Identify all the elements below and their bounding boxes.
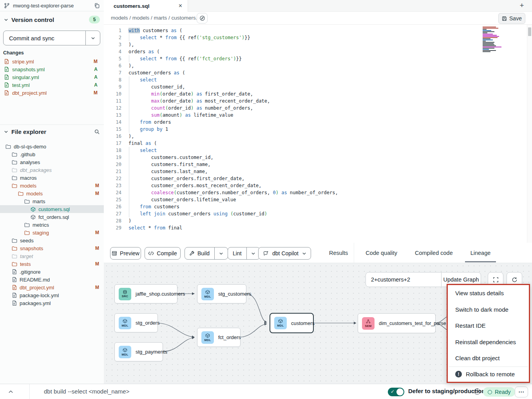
more-options-button[interactable]: ⋯: [515, 386, 528, 397]
code-line-18[interactable]: 18 select: [104, 147, 338, 154]
new-tab-button[interactable]: +: [517, 1, 527, 10]
code-line-25[interactable]: 25 customer_orders.lifetime_value: [104, 196, 338, 203]
copy-branch-icon[interactable]: [94, 3, 100, 9]
code-line-19[interactable]: 19 customers.customer_id,: [104, 154, 338, 161]
tree-item-macros[interactable]: macros: [0, 174, 104, 182]
tree-item-dbt-packages[interactable]: dbt_packages: [0, 166, 104, 174]
code-line-17[interactable]: 17final as (: [104, 140, 338, 147]
search-icon[interactable]: [94, 129, 100, 135]
code-line-22[interactable]: 22 customer_orders.first_order_date,: [104, 175, 338, 182]
tree-item-fct-orders-sql[interactable]: fct_orders.sql: [0, 213, 104, 221]
compile-button[interactable]: Compile: [145, 247, 181, 260]
menu-item-clean-dbt-project[interactable]: Clean dbt project: [448, 350, 529, 367]
results-tab-lineage[interactable]: Lineage: [470, 243, 491, 263]
file-explorer-header[interactable]: File explorer: [0, 127, 104, 136]
change-item[interactable]: snapshots.ymlA: [0, 65, 104, 73]
change-item[interactable]: singular.ymlA: [0, 73, 104, 81]
expand-command-bar-icon[interactable]: [5, 387, 16, 396]
help-icon[interactable]: ?: [474, 388, 480, 395]
lineage-node-stg-payments[interactable]: MDL stg_payments: [114, 342, 163, 361]
tree-item-staging[interactable]: stagingM: [0, 229, 104, 237]
branch-selector[interactable]: mwong-test-explorer-parse: [0, 0, 104, 11]
change-item[interactable]: dbt_project.ymlM: [0, 89, 104, 97]
results-tab-results[interactable]: Results: [329, 243, 348, 263]
tree-item--github[interactable]: .github: [0, 150, 104, 158]
change-item[interactable]: stripe.ymlM: [0, 58, 104, 65]
lint-options-dropdown[interactable]: [246, 247, 260, 259]
build-options-dropdown[interactable]: [214, 247, 228, 259]
version-control-header[interactable]: Version control 5: [0, 15, 104, 24]
code-line-23[interactable]: 23 customer_orders.most_recent_order_dat…: [104, 182, 338, 189]
command-input[interactable]: dbt build --select <model_name>: [44, 388, 129, 395]
code-line-3[interactable]: 3),: [104, 41, 338, 48]
code-line-20[interactable]: 20 customers.first_name,: [104, 161, 338, 168]
explore-lineage-button[interactable]: [197, 13, 208, 23]
code-line-15[interactable]: 15 group by 1: [104, 126, 338, 133]
tree-item-metrics[interactable]: metrics: [0, 221, 104, 229]
commit-and-sync-button[interactable]: Commit and sync: [3, 31, 100, 45]
lineage-node-jaffle-shop-customers[interactable]: SRC jaffle_shop.customers: [114, 284, 177, 303]
lineage-node-stg-orders[interactable]: MDL stg_orders: [114, 313, 158, 332]
tree-item-packages-yml[interactable]: packages.yml: [0, 299, 104, 307]
save-button[interactable]: Save: [498, 13, 525, 24]
code-line-26[interactable]: 26 from customers: [104, 203, 338, 210]
menu-item-reinstall-dependencies[interactable]: Reinstall dependencies: [448, 334, 529, 350]
tree-item-snapshots[interactable]: snapshotsM: [0, 244, 104, 252]
code-line-2[interactable]: 2 select * from {{ ref('stg_customers')}…: [104, 34, 338, 41]
code-line-1[interactable]: 1with customers as (: [104, 27, 338, 34]
editor-scrollbar[interactable]: [527, 25, 532, 243]
menu-item-restart-ide[interactable]: Restart IDE: [448, 318, 529, 334]
tree-item--gitignore[interactable]: .gitignore: [0, 268, 104, 276]
code-line-21[interactable]: 21 customers.last_name,: [104, 168, 338, 175]
lineage-node-dim-customers-test-for-parse[interactable]: SEM dim_customers_test_for_parse: [358, 313, 436, 333]
tree-item-db-sl-qs-demo[interactable]: db-sl-qs-demo: [0, 143, 104, 150]
code-line-27[interactable]: 27 left join customer_orders using (cust…: [104, 210, 338, 217]
dbt-copilot-button[interactable]: dbt Copilot: [258, 247, 311, 260]
code-line-13[interactable]: 13 sum(amount) as lifetime_value: [104, 112, 338, 119]
lineage-node-fct-orders[interactable]: MDL fct_orders: [197, 328, 241, 347]
lineage-node-stg-customers[interactable]: MDL stg_customers: [197, 284, 246, 303]
code-line-16[interactable]: 16),: [104, 133, 338, 140]
code-line-5[interactable]: 5 select * from {{ ref('fct_orders')}}: [104, 55, 338, 62]
results-tab-compiled-code[interactable]: Compiled code: [415, 243, 453, 263]
tree-item-target[interactable]: target: [0, 252, 104, 260]
defer-toggle[interactable]: ✓: [388, 388, 404, 396]
tree-item-tests[interactable]: testsM: [0, 260, 104, 268]
tree-item-analyses[interactable]: analyses: [0, 158, 104, 166]
code-line-9[interactable]: 9 customer_id,: [104, 83, 338, 90]
tree-item-models[interactable]: modelsM: [0, 182, 104, 190]
menu-item-rollback-to-remote[interactable]: ! Rollback to remote: [448, 367, 529, 382]
code-line-7[interactable]: 7customer_orders as (: [104, 69, 338, 76]
code-line-14[interactable]: 14 from orders: [104, 119, 338, 126]
minimap[interactable]: [483, 27, 505, 52]
tree-item-dbt-project-yml[interactable]: dbt_project.ymlM: [0, 283, 104, 291]
tree-item-readme-md[interactable]: README.md: [0, 276, 104, 283]
code-line-11[interactable]: 11 max(order_date) as most_recent_order_…: [104, 97, 338, 105]
lineage-node-customers-selected[interactable]: MDL customers: [270, 313, 314, 333]
tab-customers-sql[interactable]: customers.sql ×: [104, 0, 188, 12]
code-line-24[interactable]: 24 coalesce(customer_orders.number_of_or…: [104, 189, 338, 196]
tree-item-seeds[interactable]: seeds: [0, 237, 104, 244]
tree-item-marts[interactable]: marts: [0, 197, 104, 205]
build-button[interactable]: Build: [185, 247, 214, 259]
menu-item-switch-to-dark-mode[interactable]: Switch to dark mode: [448, 302, 529, 318]
scrollbar-thumb[interactable]: [528, 27, 531, 36]
change-item[interactable]: test.ymlA: [0, 81, 104, 89]
tree-item-models[interactable]: modelsM: [0, 190, 104, 197]
code-line-29[interactable]: 29select * from final: [104, 224, 338, 231]
tree-item-package-lock-yml[interactable]: package-lock.yml: [0, 291, 104, 299]
menu-item-view-status-details[interactable]: View status details: [448, 285, 529, 302]
code-line-4[interactable]: 4orders as (: [104, 48, 338, 55]
lineage-selector-input[interactable]: 2+customers+2: [366, 273, 442, 287]
code-editor[interactable]: 1with customers as (2 select * from {{ r…: [104, 25, 532, 243]
code-line-8[interactable]: 8 select: [104, 76, 338, 83]
close-tab-icon[interactable]: ×: [179, 3, 182, 9]
results-tab-code-quality[interactable]: Code quality: [366, 243, 397, 263]
code-line-28[interactable]: 28): [104, 217, 338, 224]
tree-item-customers-sql[interactable]: customers.sql: [0, 205, 104, 213]
code-line-6[interactable]: 6),: [104, 62, 338, 69]
code-line-10[interactable]: 10 min(order_date) as first_order_date,: [104, 90, 338, 97]
commit-options-dropdown[interactable]: [85, 31, 100, 45]
lint-button[interactable]: Lint: [228, 247, 246, 259]
preview-button[interactable]: Preview: [110, 247, 141, 260]
